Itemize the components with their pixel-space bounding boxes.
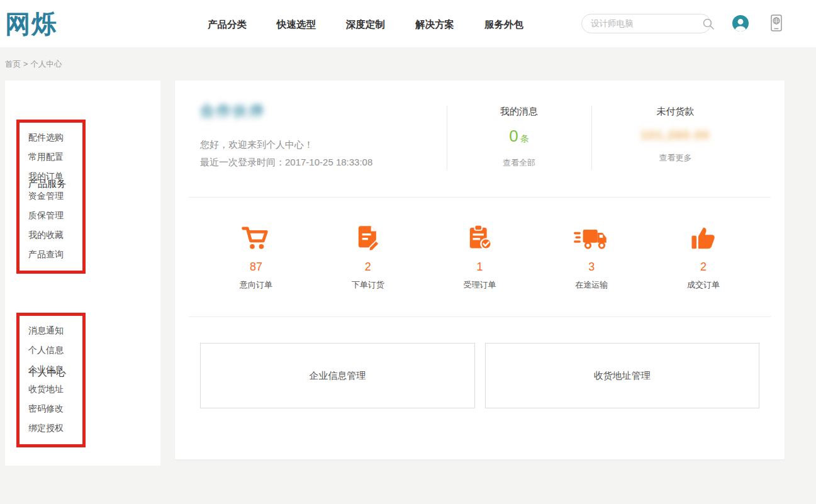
cart-icon [200, 224, 312, 250]
sidebar-item-shipping-address[interactable]: 收货地址 [28, 379, 82, 399]
sidebar-item-accessories[interactable]: 配件选购 [28, 128, 82, 147]
main-panel: 合作伙伴 您好，欢迎来到个人中心！ 最近一次登录时间：2017-10-25 18… [175, 81, 785, 459]
nav-item-service-outsourcing[interactable]: 服务外包 [484, 18, 523, 31]
search-icon[interactable] [702, 18, 715, 30]
sidebar-item-my-orders[interactable]: 我的订单 [28, 167, 82, 186]
breadcrumb: 首页>个人中心 [5, 59, 62, 70]
welcome-greeting: 您好，欢迎来到个人中心！ [200, 139, 313, 151]
stat-value: 2 [647, 260, 759, 274]
stat-placed-orders[interactable]: 2 下单订货 [312, 224, 424, 291]
view-all-link[interactable]: 查看全部 [447, 157, 591, 169]
mobile-site-icon[interactable] [768, 14, 785, 33]
message-count: 0条 [447, 126, 591, 146]
order-stats-row: 87 意向订单 2 下单订货 [200, 224, 759, 291]
clipboard-check-icon [424, 224, 536, 250]
annotation-red-box-personal: 消息通知 个人信息 企业信息 收货地址 密码修改 绑定授权 [16, 313, 86, 447]
breadcrumb-home[interactable]: 首页 [5, 60, 21, 69]
my-messages-block: 我的消息 0条 查看全部 [447, 106, 591, 169]
stat-value: 2 [312, 260, 424, 274]
stat-value: 87 [200, 260, 312, 274]
unpaid-amount-redacted: 101,260.00 [591, 129, 759, 142]
breadcrumb-current: 个人中心 [30, 60, 62, 69]
stat-in-transit[interactable]: 3 在途运输 [535, 224, 647, 291]
user-avatar-icon[interactable] [732, 14, 749, 32]
stat-value: 1 [424, 260, 536, 274]
management-cards: 企业信息管理 收货地址管理 [200, 343, 759, 408]
stat-label: 在途运输 [535, 279, 647, 291]
shipping-address-management-card[interactable]: 收货地址管理 [485, 343, 760, 408]
sidebar-item-binding-auth[interactable]: 绑定授权 [28, 418, 82, 438]
truck-icon [535, 224, 647, 250]
annotation-red-box-products: 配件选购 常用配置 我的订单 资金管理 质保管理 我的收藏 产品查询 [16, 120, 86, 274]
view-more-link[interactable]: 查看更多 [591, 152, 759, 164]
main-nav: 产品分类 快速选型 深度定制 解决方案 服务外包 [208, 18, 523, 31]
horizontal-divider [189, 197, 771, 198]
message-count-unit: 条 [520, 133, 529, 143]
horizontal-divider [189, 316, 771, 317]
stat-accepted-orders[interactable]: 1 受理订单 [424, 224, 536, 291]
sidebar-item-change-password[interactable]: 密码修改 [28, 399, 82, 418]
search-box[interactable] [581, 14, 711, 33]
sidebar-product-list: 配件选购 常用配置 我的订单 资金管理 质保管理 我的收藏 产品查询 [20, 123, 82, 264]
my-messages-title: 我的消息 [447, 106, 591, 118]
stat-value: 3 [535, 260, 647, 274]
username-redacted: 合作伙伴 [200, 101, 265, 121]
brand-logo[interactable]: 网烁 [5, 7, 58, 42]
stat-intent-orders[interactable]: 87 意向订单 [200, 224, 312, 291]
sidebar-item-funds[interactable]: 资金管理 [28, 186, 82, 206]
sidebar-item-warranty[interactable]: 质保管理 [28, 206, 82, 225]
thumbs-up-icon [647, 224, 759, 250]
last-login-time: 最近一次登录时间：2017-10-25 18:33:08 [200, 157, 372, 169]
sidebar-item-notifications[interactable]: 消息通知 [28, 321, 82, 340]
sidebar-personal-list: 消息通知 个人信息 企业信息 收货地址 密码修改 绑定授权 [20, 316, 82, 438]
unpaid-title: 未付货款 [591, 106, 759, 118]
top-header: 网烁 产品分类 快速选型 深度定制 解决方案 服务外包 [0, 0, 816, 47]
sidebar-item-company-info[interactable]: 企业信息 [28, 360, 82, 379]
sidebar-item-product-query[interactable]: 产品查询 [28, 245, 82, 264]
sidebar-item-favorites[interactable]: 我的收藏 [28, 225, 82, 245]
sidebar: 产品服务 配件选购 常用配置 我的订单 资金管理 质保管理 我的收藏 产品查询 … [5, 81, 160, 466]
stat-label: 成交订单 [647, 279, 759, 291]
stat-label: 受理订单 [424, 279, 536, 291]
stat-completed-orders[interactable]: 2 成交订单 [647, 224, 759, 291]
breadcrumb-separator: > [23, 60, 28, 69]
nav-item-product-category[interactable]: 产品分类 [208, 18, 247, 31]
stat-label: 下单订货 [312, 279, 424, 291]
document-edit-icon [312, 224, 424, 250]
unpaid-amount-block: 未付货款 101,260.00 查看更多 [591, 106, 759, 164]
sidebar-item-common-configs[interactable]: 常用配置 [28, 147, 82, 167]
search-input[interactable] [591, 19, 702, 28]
message-count-number: 0 [509, 126, 518, 145]
nav-item-solutions[interactable]: 解决方案 [415, 18, 454, 31]
nav-item-deep-customization[interactable]: 深度定制 [346, 18, 385, 31]
stat-label: 意向订单 [200, 279, 312, 291]
company-info-management-card[interactable]: 企业信息管理 [200, 343, 475, 408]
nav-item-quick-selection[interactable]: 快速选型 [277, 18, 316, 31]
sidebar-item-personal-info[interactable]: 个人信息 [28, 340, 82, 360]
